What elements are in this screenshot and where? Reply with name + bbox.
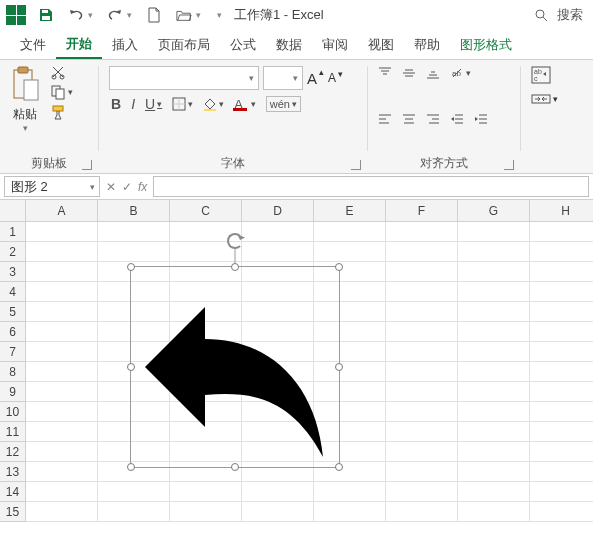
- cell[interactable]: [242, 502, 314, 522]
- cell[interactable]: [26, 282, 98, 302]
- cell[interactable]: [386, 422, 458, 442]
- cell[interactable]: [458, 302, 530, 322]
- paste-button[interactable]: 粘贴 ▾: [6, 64, 44, 135]
- cell[interactable]: [530, 402, 593, 422]
- cell[interactable]: [98, 482, 170, 502]
- resize-handle-bm[interactable]: [231, 463, 239, 471]
- cell[interactable]: [458, 282, 530, 302]
- cell[interactable]: [530, 382, 593, 402]
- align-center-button[interactable]: [402, 112, 416, 126]
- column-header[interactable]: F: [386, 200, 458, 222]
- cell[interactable]: [26, 222, 98, 242]
- row-header[interactable]: 9: [0, 382, 26, 402]
- cell[interactable]: [26, 402, 98, 422]
- cell[interactable]: [314, 482, 386, 502]
- font-dialog-launcher-icon[interactable]: [351, 160, 361, 170]
- column-headers[interactable]: ABCDEFGH: [26, 200, 593, 222]
- wrap-text-button[interactable]: abc: [531, 66, 551, 84]
- qat-customize-icon[interactable]: ▾: [217, 10, 222, 20]
- cell[interactable]: [458, 502, 530, 522]
- cell[interactable]: [530, 302, 593, 322]
- font-size-combo[interactable]: [263, 66, 303, 90]
- cell[interactable]: [530, 482, 593, 502]
- cell[interactable]: [26, 382, 98, 402]
- cell[interactable]: [386, 362, 458, 382]
- cell[interactable]: [530, 362, 593, 382]
- column-header[interactable]: H: [530, 200, 593, 222]
- insert-function-button[interactable]: fx: [138, 180, 147, 194]
- cell[interactable]: [458, 322, 530, 342]
- cell[interactable]: [242, 482, 314, 502]
- cell[interactable]: [386, 402, 458, 422]
- cell[interactable]: [98, 502, 170, 522]
- cell[interactable]: [530, 242, 593, 262]
- tab-view[interactable]: 视图: [358, 30, 404, 59]
- row-header[interactable]: 12: [0, 442, 26, 462]
- resize-handle-tr[interactable]: [335, 263, 343, 271]
- cell[interactable]: [458, 262, 530, 282]
- formula-bar[interactable]: [153, 176, 589, 197]
- cell[interactable]: [386, 482, 458, 502]
- align-left-button[interactable]: [378, 112, 392, 126]
- worksheet[interactable]: ABCDEFGH 123456789101112131415: [0, 200, 593, 559]
- row-header[interactable]: 6: [0, 322, 26, 342]
- cell[interactable]: [386, 462, 458, 482]
- cell[interactable]: [26, 482, 98, 502]
- cell[interactable]: [458, 442, 530, 462]
- cell[interactable]: [530, 262, 593, 282]
- align-middle-button[interactable]: [402, 66, 416, 80]
- cell[interactable]: [458, 462, 530, 482]
- cell[interactable]: [386, 302, 458, 322]
- cell[interactable]: [386, 222, 458, 242]
- cell[interactable]: [386, 322, 458, 342]
- row-header[interactable]: 3: [0, 262, 26, 282]
- cell[interactable]: [314, 242, 386, 262]
- copy-button[interactable]: ▾: [50, 84, 73, 100]
- cell[interactable]: [98, 222, 170, 242]
- row-header[interactable]: 15: [0, 502, 26, 522]
- resize-handle-ml[interactable]: [127, 363, 135, 371]
- column-header[interactable]: G: [458, 200, 530, 222]
- cell[interactable]: [26, 442, 98, 462]
- align-right-button[interactable]: [426, 112, 440, 126]
- cell[interactable]: [530, 282, 593, 302]
- cell[interactable]: [458, 242, 530, 262]
- cell[interactable]: [26, 362, 98, 382]
- undo-chevron-icon[interactable]: ▾: [88, 10, 93, 20]
- row-header[interactable]: 7: [0, 342, 26, 362]
- tab-file[interactable]: 文件: [10, 30, 56, 59]
- phonetic-button[interactable]: wén▾: [266, 96, 301, 112]
- cancel-formula-button[interactable]: ✕: [106, 180, 116, 194]
- fill-color-button[interactable]: ▾: [203, 97, 224, 111]
- rotate-handle-icon[interactable]: [227, 233, 243, 249]
- alignment-dialog-launcher-icon[interactable]: [504, 160, 514, 170]
- column-header[interactable]: B: [98, 200, 170, 222]
- row-header[interactable]: 4: [0, 282, 26, 302]
- cell[interactable]: [386, 442, 458, 462]
- cell[interactable]: [98, 242, 170, 262]
- cell[interactable]: [530, 342, 593, 362]
- cell[interactable]: [458, 482, 530, 502]
- cell[interactable]: [386, 382, 458, 402]
- cell[interactable]: [26, 322, 98, 342]
- undo-icon[interactable]: [68, 7, 84, 23]
- name-box[interactable]: 图形 2: [4, 176, 100, 197]
- column-header[interactable]: E: [314, 200, 386, 222]
- column-header[interactable]: D: [242, 200, 314, 222]
- cell[interactable]: [458, 342, 530, 362]
- cell[interactable]: [386, 242, 458, 262]
- cell[interactable]: [530, 462, 593, 482]
- cell[interactable]: [458, 362, 530, 382]
- search-box[interactable]: 搜索: [525, 2, 593, 28]
- cell[interactable]: [386, 342, 458, 362]
- redo-icon[interactable]: [107, 7, 123, 23]
- cell[interactable]: [458, 222, 530, 242]
- paste-chevron-icon[interactable]: ▾: [23, 123, 28, 133]
- cell[interactable]: [314, 502, 386, 522]
- align-bottom-button[interactable]: [426, 66, 440, 80]
- underline-button[interactable]: U▾: [145, 96, 162, 112]
- row-header[interactable]: 14: [0, 482, 26, 502]
- cell[interactable]: [530, 322, 593, 342]
- row-header[interactable]: 1: [0, 222, 26, 242]
- increase-font-size-button[interactable]: A▴: [307, 70, 324, 87]
